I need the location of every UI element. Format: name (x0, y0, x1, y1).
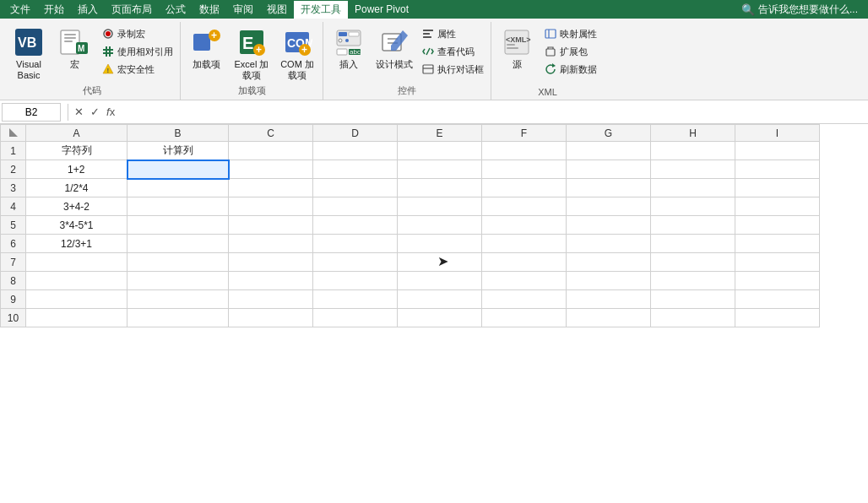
cell-D4[interactable] (313, 197, 398, 216)
cell-I9[interactable] (735, 290, 820, 309)
map-properties-button[interactable]: 映射属性 (540, 25, 600, 42)
formula-confirm-button[interactable]: ✓ (88, 105, 102, 118)
source-button[interactable]: <XML> 源 (495, 24, 539, 72)
insert-ctrl-button[interactable]: abc 插入 (327, 24, 371, 72)
cell-H5[interactable] (651, 216, 735, 235)
col-header-f[interactable]: F (482, 125, 567, 142)
cell-I8[interactable] (735, 272, 820, 290)
cell-F10[interactable] (482, 309, 567, 327)
cell-A5[interactable]: 3*4-5*1 (26, 216, 127, 235)
cell-F8[interactable] (482, 272, 567, 290)
cell-G4[interactable] (567, 197, 651, 216)
menu-data[interactable]: 数据 (193, 1, 226, 19)
col-header-a[interactable]: A (26, 125, 127, 142)
cell-F1[interactable] (482, 142, 567, 160)
cell-E3[interactable] (398, 179, 482, 197)
row-header-7[interactable]: 7 (1, 253, 26, 272)
cell-C9[interactable] (229, 290, 313, 309)
cell-F6[interactable] (482, 235, 567, 253)
cell-F2[interactable] (482, 160, 567, 179)
cell-E4[interactable] (398, 197, 482, 216)
cell-H2[interactable] (651, 160, 735, 179)
cell-B5[interactable] (127, 216, 229, 235)
cell-C6[interactable] (229, 235, 313, 253)
cell-A3[interactable]: 1/2*4 (26, 179, 127, 197)
expand-pack-button[interactable]: 扩展包 (540, 43, 600, 60)
search-placeholder[interactable]: 告诉我您想要做什么... (758, 3, 858, 17)
cell-C7[interactable] (229, 253, 313, 272)
cell-D10[interactable] (313, 309, 398, 327)
row-header-2[interactable]: 2 (1, 160, 26, 179)
cell-reference-input[interactable] (2, 103, 61, 122)
com-addins-button[interactable]: COM + COM 加载项 (275, 24, 319, 83)
col-header-h[interactable]: H (651, 125, 735, 142)
cell-A1[interactable]: 字符列 (26, 142, 127, 160)
cell-G2[interactable] (567, 160, 651, 179)
relative-ref-button[interactable]: 使用相对引用 (98, 43, 176, 60)
cell-G8[interactable] (567, 272, 651, 290)
add-ins-button[interactable]: + 加载项 (184, 24, 228, 72)
cell-C1[interactable] (229, 142, 313, 160)
cell-I2[interactable] (735, 160, 820, 179)
col-header-b[interactable]: B (127, 125, 229, 142)
cell-I3[interactable] (735, 179, 820, 197)
cell-B4[interactable] (127, 197, 229, 216)
cell-D1[interactable] (313, 142, 398, 160)
excel-addins-button[interactable]: E + Excel 加载项 (230, 24, 274, 83)
cell-G3[interactable] (567, 179, 651, 197)
row-header-9[interactable]: 9 (1, 290, 26, 309)
cell-E1[interactable] (398, 142, 482, 160)
row-header-4[interactable]: 4 (1, 197, 26, 216)
cell-E10[interactable] (398, 309, 482, 327)
cell-D7[interactable] (313, 253, 398, 272)
cell-F3[interactable] (482, 179, 567, 197)
row-header-1[interactable]: 1 (1, 142, 26, 160)
cell-B6[interactable] (127, 235, 229, 253)
cell-H10[interactable] (651, 309, 735, 327)
menu-review[interactable]: 审阅 (226, 1, 260, 19)
cell-A7[interactable] (26, 253, 127, 272)
row-header-8[interactable]: 8 (1, 272, 26, 290)
cell-E7[interactable]: ➤ (398, 253, 482, 272)
menu-formula[interactable]: 公式 (159, 1, 193, 19)
cell-C5[interactable] (229, 216, 313, 235)
menu-page-layout[interactable]: 页面布局 (105, 1, 159, 19)
macro-button[interactable]: M 宏 (52, 24, 96, 72)
row-header-10[interactable]: 10 (1, 309, 26, 327)
cell-B9[interactable] (127, 290, 229, 309)
cell-A8[interactable] (26, 272, 127, 290)
cell-E5[interactable] (398, 216, 482, 235)
properties-button[interactable]: 属性 (418, 25, 487, 42)
cell-D8[interactable] (313, 272, 398, 290)
cell-G7[interactable] (567, 253, 651, 272)
cell-I5[interactable] (735, 216, 820, 235)
cell-B3[interactable] (127, 179, 229, 197)
run-dialog-button[interactable]: 执行对话框 (418, 61, 487, 78)
col-header-g[interactable]: G (567, 125, 651, 142)
cell-H9[interactable] (651, 290, 735, 309)
cell-D5[interactable] (313, 216, 398, 235)
cell-H6[interactable] (651, 235, 735, 253)
refresh-data-button[interactable]: 刷新数据 (540, 61, 600, 78)
cell-D2[interactable] (313, 160, 398, 179)
cell-E9[interactable] (398, 290, 482, 309)
cell-I10[interactable] (735, 309, 820, 327)
cell-I1[interactable] (735, 142, 820, 160)
design-mode-button[interactable]: 设计模式 (372, 24, 416, 72)
menu-insert[interactable]: 插入 (71, 1, 105, 19)
row-header-5[interactable]: 5 (1, 216, 26, 235)
cell-G9[interactable] (567, 290, 651, 309)
menu-power-pivot[interactable]: Power Pivot (348, 2, 415, 17)
cell-I7[interactable] (735, 253, 820, 272)
cell-B10[interactable] (127, 309, 229, 327)
formula-fx-button[interactable]: fx (104, 105, 117, 118)
cell-F7[interactable] (482, 253, 567, 272)
cell-C8[interactable] (229, 272, 313, 290)
visual-basic-button[interactable]: VB Visual Basic (7, 24, 51, 83)
cell-G1[interactable] (567, 142, 651, 160)
cell-E2[interactable] (398, 160, 482, 179)
col-header-d[interactable]: D (313, 125, 398, 142)
menu-view[interactable]: 视图 (260, 1, 294, 19)
cell-F9[interactable] (482, 290, 567, 309)
cell-D9[interactable] (313, 290, 398, 309)
